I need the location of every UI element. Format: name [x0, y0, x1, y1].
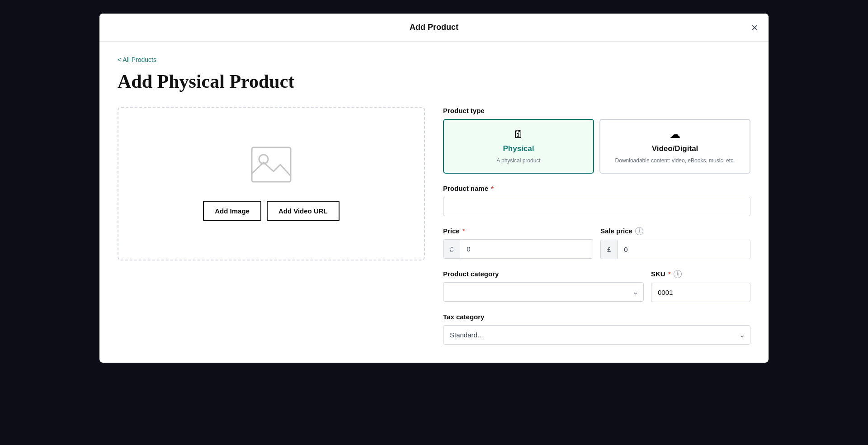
modal-overlay: Add Product × < All Products Add Physica…: [0, 0, 868, 445]
price-input-wrapper: £: [443, 239, 593, 259]
close-button[interactable]: ×: [751, 22, 758, 33]
sale-price-input[interactable]: [618, 240, 750, 259]
product-type-section: Product type 🗓 Physical A physical produ…: [443, 107, 750, 174]
sale-price-section: Sale price ℹ £: [600, 227, 750, 259]
add-product-modal: Add Product × < All Products Add Physica…: [99, 14, 769, 363]
sku-section: SKU * ℹ: [651, 270, 750, 302]
product-category-label: Product category: [443, 270, 644, 278]
price-section: Price * £: [443, 227, 593, 259]
tax-category-section: Tax category Standard... ⌄: [443, 313, 750, 345]
form-layout: Add Image Add Video URL Product type 🗓 P…: [118, 107, 750, 345]
digital-icon: ☁: [670, 128, 680, 141]
tax-category-select-wrapper: Standard... ⌄: [443, 325, 750, 345]
price-currency: £: [443, 240, 460, 258]
add-image-button[interactable]: Add Image: [203, 201, 261, 221]
page-heading: Add Physical Product: [118, 71, 750, 92]
sku-label: SKU * ℹ: [651, 270, 750, 278]
digital-type-name: Video/Digital: [652, 144, 698, 153]
product-type-physical[interactable]: 🗓 Physical A physical product: [443, 119, 594, 174]
price-required: *: [462, 227, 465, 235]
sale-price-label: Sale price ℹ: [600, 227, 750, 235]
sale-price-info-icon[interactable]: ℹ: [635, 227, 643, 235]
modal-body: < All Products Add Physical Product: [99, 42, 769, 363]
sku-info-icon[interactable]: ℹ: [674, 270, 682, 278]
tax-category-label: Tax category: [443, 313, 750, 321]
category-sku-row: Product category ⌄ SKU *: [443, 270, 750, 302]
digital-type-desc: Downloadable content: video, eBooks, mus…: [615, 157, 735, 165]
price-input[interactable]: [460, 240, 593, 258]
sale-price-input-wrapper: £: [600, 240, 750, 259]
physical-icon: 🗓: [513, 128, 524, 141]
product-type-digital[interactable]: ☁ Video/Digital Downloadable content: vi…: [599, 119, 750, 174]
all-products-link[interactable]: < All Products: [118, 56, 156, 63]
product-type-options: 🗓 Physical A physical product ☁ Video/Di…: [443, 119, 750, 174]
product-name-required: *: [491, 185, 494, 192]
product-category-select[interactable]: [443, 282, 644, 302]
product-category-select-wrapper: ⌄: [443, 282, 644, 302]
sku-input[interactable]: [651, 283, 750, 302]
sku-required: *: [668, 270, 671, 278]
form-right: Product type 🗓 Physical A physical produ…: [443, 107, 750, 345]
modal-title: Add Product: [410, 23, 458, 32]
upload-buttons: Add Image Add Video URL: [203, 201, 340, 221]
breadcrumb: < All Products: [118, 56, 750, 63]
product-category-section: Product category ⌄: [443, 270, 644, 302]
product-name-section: Product name *: [443, 185, 750, 216]
image-placeholder-icon: [251, 147, 292, 183]
physical-type-name: Physical: [503, 144, 534, 153]
add-video-url-button[interactable]: Add Video URL: [267, 201, 340, 221]
product-name-label: Product name *: [443, 185, 750, 192]
image-upload-area: Add Image Add Video URL: [118, 107, 425, 260]
physical-type-desc: A physical product: [496, 157, 540, 165]
price-label: Price *: [443, 227, 593, 235]
price-row: Price * £ Sale price ℹ: [443, 227, 750, 259]
product-name-input[interactable]: [443, 197, 750, 216]
svg-rect-0: [252, 147, 291, 182]
product-type-label: Product type: [443, 107, 750, 114]
sale-price-currency: £: [601, 240, 618, 259]
tax-category-select[interactable]: Standard...: [443, 325, 750, 345]
modal-header: Add Product ×: [99, 14, 769, 42]
